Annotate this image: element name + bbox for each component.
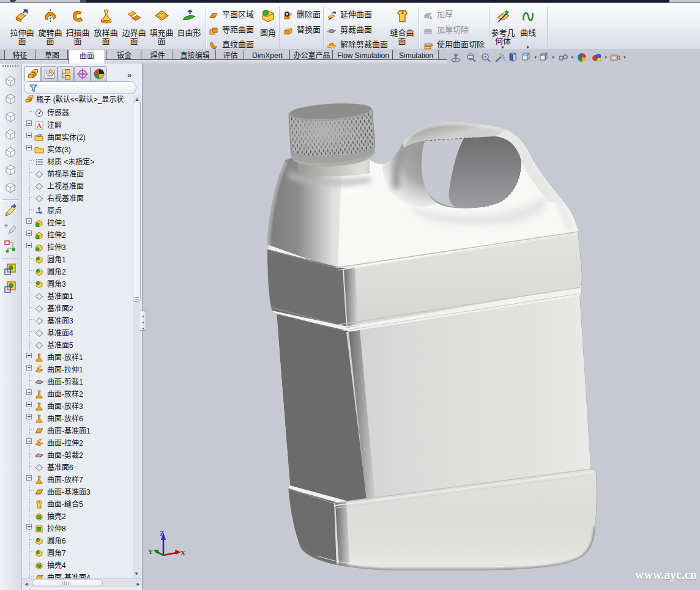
svg-text:A: A — [37, 122, 42, 129]
svg-text:Y: Y — [148, 548, 153, 555]
svg-text:Z: Z — [160, 529, 164, 537]
svg-text:X: X — [181, 549, 185, 556]
